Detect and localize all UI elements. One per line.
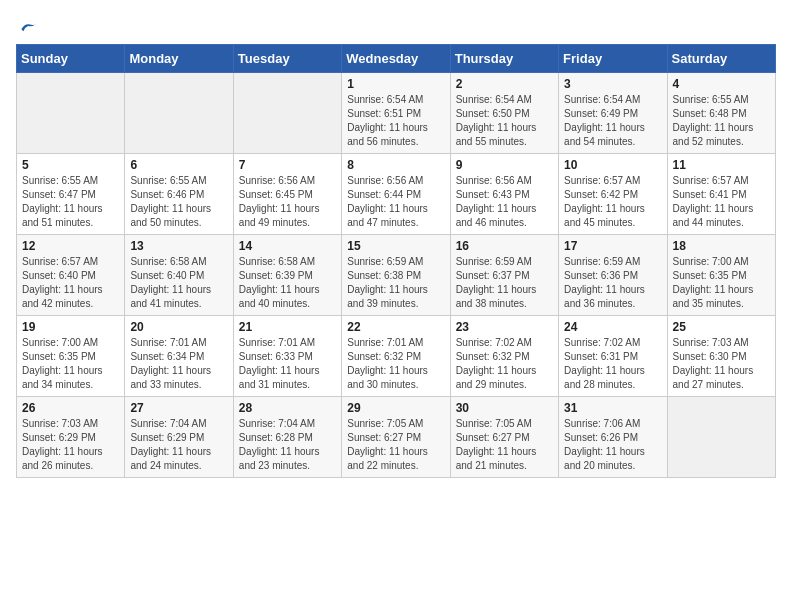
calendar-cell: 19Sunrise: 7:00 AM Sunset: 6:35 PM Dayli… — [17, 316, 125, 397]
day-info: Sunrise: 7:02 AM Sunset: 6:32 PM Dayligh… — [456, 336, 553, 392]
day-number: 7 — [239, 158, 336, 172]
day-number: 16 — [456, 239, 553, 253]
calendar-cell: 8Sunrise: 6:56 AM Sunset: 6:44 PM Daylig… — [342, 154, 450, 235]
calendar-week-row: 1Sunrise: 6:54 AM Sunset: 6:51 PM Daylig… — [17, 73, 776, 154]
calendar-cell: 3Sunrise: 6:54 AM Sunset: 6:49 PM Daylig… — [559, 73, 667, 154]
calendar-cell: 10Sunrise: 6:57 AM Sunset: 6:42 PM Dayli… — [559, 154, 667, 235]
day-info: Sunrise: 6:59 AM Sunset: 6:36 PM Dayligh… — [564, 255, 661, 311]
calendar-cell — [667, 397, 775, 478]
day-number: 5 — [22, 158, 119, 172]
day-number: 10 — [564, 158, 661, 172]
day-info: Sunrise: 7:01 AM Sunset: 6:33 PM Dayligh… — [239, 336, 336, 392]
day-number: 14 — [239, 239, 336, 253]
day-number: 20 — [130, 320, 227, 334]
calendar-table: SundayMondayTuesdayWednesdayThursdayFrid… — [16, 44, 776, 478]
day-info: Sunrise: 7:00 AM Sunset: 6:35 PM Dayligh… — [673, 255, 770, 311]
day-number: 31 — [564, 401, 661, 415]
day-number: 17 — [564, 239, 661, 253]
day-info: Sunrise: 6:54 AM Sunset: 6:51 PM Dayligh… — [347, 93, 444, 149]
calendar-header-sunday: Sunday — [17, 45, 125, 73]
calendar-cell: 1Sunrise: 6:54 AM Sunset: 6:51 PM Daylig… — [342, 73, 450, 154]
day-info: Sunrise: 6:55 AM Sunset: 6:47 PM Dayligh… — [22, 174, 119, 230]
day-info: Sunrise: 6:56 AM Sunset: 6:44 PM Dayligh… — [347, 174, 444, 230]
calendar-cell: 12Sunrise: 6:57 AM Sunset: 6:40 PM Dayli… — [17, 235, 125, 316]
day-info: Sunrise: 6:59 AM Sunset: 6:38 PM Dayligh… — [347, 255, 444, 311]
calendar-cell: 18Sunrise: 7:00 AM Sunset: 6:35 PM Dayli… — [667, 235, 775, 316]
day-info: Sunrise: 7:06 AM Sunset: 6:26 PM Dayligh… — [564, 417, 661, 473]
day-number: 24 — [564, 320, 661, 334]
day-info: Sunrise: 7:03 AM Sunset: 6:30 PM Dayligh… — [673, 336, 770, 392]
day-info: Sunrise: 6:56 AM Sunset: 6:43 PM Dayligh… — [456, 174, 553, 230]
calendar-cell: 15Sunrise: 6:59 AM Sunset: 6:38 PM Dayli… — [342, 235, 450, 316]
day-number: 19 — [22, 320, 119, 334]
calendar-cell: 31Sunrise: 7:06 AM Sunset: 6:26 PM Dayli… — [559, 397, 667, 478]
calendar-cell: 28Sunrise: 7:04 AM Sunset: 6:28 PM Dayli… — [233, 397, 341, 478]
calendar-cell: 23Sunrise: 7:02 AM Sunset: 6:32 PM Dayli… — [450, 316, 558, 397]
calendar-cell: 21Sunrise: 7:01 AM Sunset: 6:33 PM Dayli… — [233, 316, 341, 397]
day-info: Sunrise: 7:01 AM Sunset: 6:34 PM Dayligh… — [130, 336, 227, 392]
day-number: 28 — [239, 401, 336, 415]
calendar-cell: 4Sunrise: 6:55 AM Sunset: 6:48 PM Daylig… — [667, 73, 775, 154]
day-info: Sunrise: 6:54 AM Sunset: 6:50 PM Dayligh… — [456, 93, 553, 149]
calendar-header-friday: Friday — [559, 45, 667, 73]
calendar-cell: 22Sunrise: 7:01 AM Sunset: 6:32 PM Dayli… — [342, 316, 450, 397]
calendar-cell: 17Sunrise: 6:59 AM Sunset: 6:36 PM Dayli… — [559, 235, 667, 316]
day-number: 18 — [673, 239, 770, 253]
day-info: Sunrise: 7:04 AM Sunset: 6:28 PM Dayligh… — [239, 417, 336, 473]
day-number: 12 — [22, 239, 119, 253]
day-info: Sunrise: 6:58 AM Sunset: 6:39 PM Dayligh… — [239, 255, 336, 311]
page-header — [16, 16, 776, 36]
day-number: 21 — [239, 320, 336, 334]
day-number: 27 — [130, 401, 227, 415]
calendar-cell: 13Sunrise: 6:58 AM Sunset: 6:40 PM Dayli… — [125, 235, 233, 316]
day-number: 23 — [456, 320, 553, 334]
calendar-cell: 20Sunrise: 7:01 AM Sunset: 6:34 PM Dayli… — [125, 316, 233, 397]
calendar-cell: 2Sunrise: 6:54 AM Sunset: 6:50 PM Daylig… — [450, 73, 558, 154]
calendar-week-row: 26Sunrise: 7:03 AM Sunset: 6:29 PM Dayli… — [17, 397, 776, 478]
calendar-cell: 26Sunrise: 7:03 AM Sunset: 6:29 PM Dayli… — [17, 397, 125, 478]
logo — [16, 16, 38, 36]
day-number: 11 — [673, 158, 770, 172]
calendar-cell: 11Sunrise: 6:57 AM Sunset: 6:41 PM Dayli… — [667, 154, 775, 235]
day-number: 1 — [347, 77, 444, 91]
day-number: 13 — [130, 239, 227, 253]
day-number: 26 — [22, 401, 119, 415]
day-number: 8 — [347, 158, 444, 172]
day-number: 30 — [456, 401, 553, 415]
calendar-header-monday: Monday — [125, 45, 233, 73]
calendar-cell: 30Sunrise: 7:05 AM Sunset: 6:27 PM Dayli… — [450, 397, 558, 478]
calendar-header-row: SundayMondayTuesdayWednesdayThursdayFrid… — [17, 45, 776, 73]
day-info: Sunrise: 6:55 AM Sunset: 6:46 PM Dayligh… — [130, 174, 227, 230]
calendar-week-row: 19Sunrise: 7:00 AM Sunset: 6:35 PM Dayli… — [17, 316, 776, 397]
day-info: Sunrise: 7:05 AM Sunset: 6:27 PM Dayligh… — [456, 417, 553, 473]
day-info: Sunrise: 6:56 AM Sunset: 6:45 PM Dayligh… — [239, 174, 336, 230]
calendar-header-tuesday: Tuesday — [233, 45, 341, 73]
day-number: 29 — [347, 401, 444, 415]
day-number: 22 — [347, 320, 444, 334]
calendar-cell: 25Sunrise: 7:03 AM Sunset: 6:30 PM Dayli… — [667, 316, 775, 397]
day-info: Sunrise: 6:59 AM Sunset: 6:37 PM Dayligh… — [456, 255, 553, 311]
logo-bird-icon — [18, 16, 38, 36]
day-info: Sunrise: 6:55 AM Sunset: 6:48 PM Dayligh… — [673, 93, 770, 149]
calendar-cell: 6Sunrise: 6:55 AM Sunset: 6:46 PM Daylig… — [125, 154, 233, 235]
day-info: Sunrise: 6:58 AM Sunset: 6:40 PM Dayligh… — [130, 255, 227, 311]
day-info: Sunrise: 6:57 AM Sunset: 6:42 PM Dayligh… — [564, 174, 661, 230]
day-number: 9 — [456, 158, 553, 172]
calendar-cell — [125, 73, 233, 154]
calendar-cell: 27Sunrise: 7:04 AM Sunset: 6:29 PM Dayli… — [125, 397, 233, 478]
calendar-week-row: 5Sunrise: 6:55 AM Sunset: 6:47 PM Daylig… — [17, 154, 776, 235]
day-number: 6 — [130, 158, 227, 172]
calendar-cell: 5Sunrise: 6:55 AM Sunset: 6:47 PM Daylig… — [17, 154, 125, 235]
calendar-week-row: 12Sunrise: 6:57 AM Sunset: 6:40 PM Dayli… — [17, 235, 776, 316]
day-info: Sunrise: 7:00 AM Sunset: 6:35 PM Dayligh… — [22, 336, 119, 392]
calendar-cell: 9Sunrise: 6:56 AM Sunset: 6:43 PM Daylig… — [450, 154, 558, 235]
calendar-cell: 16Sunrise: 6:59 AM Sunset: 6:37 PM Dayli… — [450, 235, 558, 316]
calendar-header-saturday: Saturday — [667, 45, 775, 73]
calendar-cell: 24Sunrise: 7:02 AM Sunset: 6:31 PM Dayli… — [559, 316, 667, 397]
calendar-cell — [17, 73, 125, 154]
day-number: 2 — [456, 77, 553, 91]
day-info: Sunrise: 6:57 AM Sunset: 6:41 PM Dayligh… — [673, 174, 770, 230]
day-info: Sunrise: 7:01 AM Sunset: 6:32 PM Dayligh… — [347, 336, 444, 392]
day-info: Sunrise: 7:04 AM Sunset: 6:29 PM Dayligh… — [130, 417, 227, 473]
calendar-cell: 14Sunrise: 6:58 AM Sunset: 6:39 PM Dayli… — [233, 235, 341, 316]
